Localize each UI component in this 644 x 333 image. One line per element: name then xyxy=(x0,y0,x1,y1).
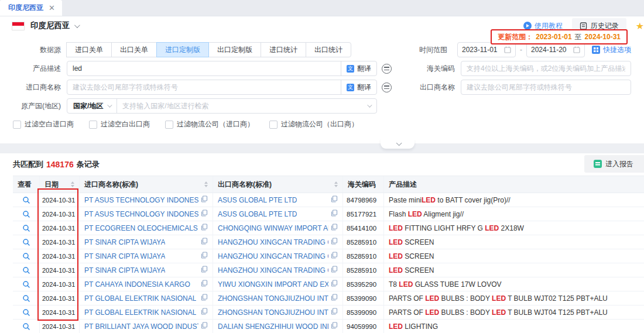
copy-icon[interactable] xyxy=(198,252,208,260)
enter-report-button[interactable]: 进入报告 xyxy=(584,155,644,173)
collapse-panel-button[interactable] xyxy=(381,139,415,149)
copy-icon[interactable] xyxy=(198,210,208,218)
origin-search-input[interactable] xyxy=(117,99,367,113)
sort-icon[interactable] xyxy=(202,181,208,187)
copy-icon[interactable] xyxy=(328,308,338,317)
view-cell xyxy=(13,320,40,333)
chevron-down-icon[interactable] xyxy=(367,102,372,107)
table-header-cell[interactable]: 进口商名称(标准) xyxy=(80,176,213,193)
table-row: 2024-10-31 PT CAHAYA INDONESIA KARGO YIW… xyxy=(13,277,644,291)
view-magnifier-icon[interactable] xyxy=(22,196,30,204)
importer-name-link[interactable]: PT BRILLIANT JAYA WOOD INDUSTRY xyxy=(84,322,198,331)
table-header-cell[interactable]: 出口商名称(标准) xyxy=(213,176,343,193)
sort-icon[interactable] xyxy=(332,181,338,187)
importer-name-link[interactable]: PT GLOBAL ELEKTRIK NASIONAL xyxy=(84,308,196,317)
chevron-down-icon[interactable] xyxy=(74,22,80,28)
background-divider xyxy=(0,143,644,153)
exporter-name-link[interactable]: ZHONGSHAN TONGJIUZHOU INTERNA... xyxy=(218,294,328,303)
exporter-name-link[interactable]: HANGZHOU XINGCAN TRADING CO LTD xyxy=(218,238,328,246)
exporter-name-link[interactable]: HANGZHOU XINGCAN TRADING CO LTD xyxy=(218,266,328,274)
copy-icon[interactable] xyxy=(328,266,338,274)
product-desc-input[interactable] xyxy=(67,61,341,75)
filter-checkbox[interactable]: 过滤物流公司（进口商） xyxy=(165,119,254,129)
copy-icon[interactable] xyxy=(328,322,338,331)
data-source-tab[interactable]: 出口关单 xyxy=(111,42,157,57)
exporter-name-link[interactable]: ASUS GLOBAL PTE LTD xyxy=(218,210,297,218)
view-magnifier-icon[interactable] xyxy=(22,210,30,218)
copy-icon[interactable] xyxy=(328,238,338,246)
end-date-value: 2024-11-20 xyxy=(531,46,570,54)
exact-match-toggle-icon[interactable] xyxy=(382,83,392,92)
favorite-star-icon[interactable]: ★ xyxy=(636,20,644,32)
data-source-tab[interactable]: 进口统计 xyxy=(261,42,306,57)
copy-icon[interactable] xyxy=(198,294,208,303)
exporter-input[interactable] xyxy=(461,80,631,94)
exporter-name-link[interactable]: ZHONGSHAN TONGJIUZHOU INTERNA... xyxy=(218,308,328,317)
view-magnifier-icon[interactable] xyxy=(22,280,30,289)
view-magnifier-icon[interactable] xyxy=(22,266,30,274)
translate-button[interactable]: 文 翻译 xyxy=(341,80,376,94)
importer-name-link[interactable]: PT GLOBAL ELEKTRIK NASIONAL xyxy=(84,294,196,303)
data-source-tab[interactable]: 进口定制版 xyxy=(156,42,209,57)
importer-name-link[interactable]: PT SINAR CIPTA WIJAYA xyxy=(84,252,165,260)
view-magnifier-icon[interactable] xyxy=(22,252,30,260)
copy-icon[interactable] xyxy=(328,210,338,218)
update-range-end: 2024-10-31 xyxy=(585,33,621,41)
copy-icon[interactable] xyxy=(328,280,338,289)
exporter-cell: ZHONGSHAN TONGJIUZHOU INTERNA... xyxy=(213,291,343,305)
hs-code-input[interactable] xyxy=(461,61,631,75)
table-header-cell[interactable]: 日期 xyxy=(40,176,80,193)
table-header-cell[interactable]: 海关编码 xyxy=(343,176,384,193)
exporter-name-link[interactable]: ASUS GLOBAL PTE LTD xyxy=(218,196,297,204)
data-source-tab[interactable]: 出口统计 xyxy=(306,42,351,57)
exporter-cell: DALIAN SHENGZHIHUI WOOD INDUST... xyxy=(213,320,343,333)
copy-icon[interactable] xyxy=(198,280,208,289)
tab-indonesia[interactable]: 印度尼西亚 ✕ xyxy=(0,0,62,16)
importer-name-link[interactable]: PT SINAR CIPTA WIJAYA xyxy=(84,238,165,246)
quick-options-button[interactable]: 快捷选项 xyxy=(592,45,631,55)
exporter-name-link[interactable]: DALIAN SHENGZHIHUI WOOD INDUST... xyxy=(218,322,328,331)
date-cell: 2024-10-31 xyxy=(40,320,80,333)
importer-name-link[interactable]: PT ASUS TECHNOLOGY INDONESIA BA... xyxy=(84,196,198,204)
data-source-tab[interactable]: 进口关单 xyxy=(66,42,112,57)
close-icon[interactable]: ✕ xyxy=(49,4,55,12)
view-magnifier-icon[interactable] xyxy=(22,238,30,246)
data-source-tab[interactable]: 出口定制版 xyxy=(208,42,261,57)
importer-name-link[interactable]: PT ECOGREEN OLEOCHEMICALS xyxy=(84,224,198,232)
view-magnifier-icon[interactable] xyxy=(22,322,30,331)
translate-button[interactable]: 文 翻译 xyxy=(341,61,376,75)
filter-checkbox[interactable]: 过滤物流公司（出口商） xyxy=(269,119,358,129)
copy-icon[interactable] xyxy=(328,252,338,260)
copy-icon[interactable] xyxy=(198,238,208,246)
view-magnifier-icon[interactable] xyxy=(22,308,30,317)
copy-icon[interactable] xyxy=(328,294,338,303)
exporter-name-link[interactable]: YIWU XIONGXIN IMPORT AND EXPORT... xyxy=(218,280,328,289)
exporter-name-link[interactable]: CHONGQING WINWAY IMPORT AND E... xyxy=(218,224,328,232)
copy-icon[interactable] xyxy=(198,322,208,331)
sort-icon[interactable] xyxy=(68,181,74,187)
filter-checkbox[interactable]: 过滤空白进口商 xyxy=(13,119,74,129)
importer-name-link[interactable]: PT CAHAYA INDONESIA KARGO xyxy=(84,280,190,289)
copy-icon[interactable] xyxy=(198,195,208,204)
header-label: 进口商名称(标准) xyxy=(84,180,138,190)
exporter-name-link[interactable]: HANGZHOU XINGCAN TRADING CO LTD xyxy=(218,252,328,260)
view-magnifier-icon[interactable] xyxy=(22,224,30,232)
table-header-cell[interactable]: 产品描述 xyxy=(384,176,644,193)
table-header-cell[interactable]: 查看 xyxy=(13,176,40,193)
importer-name-link[interactable]: PT ASUS TECHNOLOGY INDONESIA BA... xyxy=(84,210,198,218)
copy-icon[interactable] xyxy=(198,224,208,232)
hs-code-cell: 85285910 xyxy=(343,235,384,249)
copy-icon[interactable] xyxy=(328,195,338,204)
copy-icon[interactable] xyxy=(198,266,208,274)
exact-match-toggle-icon[interactable] xyxy=(382,64,392,74)
copy-icon[interactable] xyxy=(198,308,208,317)
origin-type-select[interactable]: 国家/地区 xyxy=(67,99,117,113)
copy-icon[interactable] xyxy=(328,224,338,232)
date-range-separator: - xyxy=(520,46,522,54)
importer-name-link[interactable]: PT SINAR CIPTA WIJAYA xyxy=(84,266,165,274)
importer-row: 进口商名称 文 翻译 出口商名称 xyxy=(13,80,631,95)
filter-checkbox[interactable]: 过滤空白出口商 xyxy=(89,119,150,129)
importer-input[interactable] xyxy=(67,80,341,94)
view-magnifier-icon[interactable] xyxy=(22,294,30,303)
importer-field: 文 翻译 xyxy=(67,80,377,95)
